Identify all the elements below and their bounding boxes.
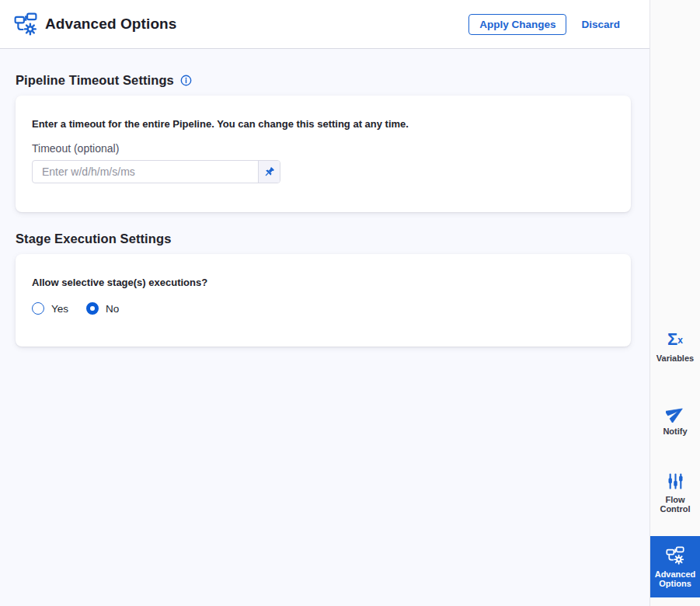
timeout-section-heading-row: Pipeline Timeout Settings xyxy=(16,73,631,88)
pin-button[interactable] xyxy=(258,161,280,183)
sigma-glyph: Σ xyxy=(667,331,677,348)
radio-option-yes[interactable]: Yes xyxy=(32,302,68,315)
sliders-icon xyxy=(667,471,684,491)
radio-no-label: No xyxy=(106,303,119,315)
app-root: Advanced Options Apply Changes Discard P… xyxy=(0,0,700,606)
sidebar-item-notify[interactable]: Notify xyxy=(650,402,700,436)
sidebar-item-advanced-options[interactable]: Advanced Options xyxy=(650,536,700,597)
timeout-section-heading: Pipeline Timeout Settings xyxy=(16,73,174,88)
sidebar-item-label: Flow Control xyxy=(654,495,696,514)
radio-yes[interactable] xyxy=(32,302,44,315)
pin-icon xyxy=(263,166,275,178)
radio-option-no[interactable]: No xyxy=(86,302,119,315)
radio-yes-label: Yes xyxy=(51,303,68,315)
sidebar-item-label: Variables xyxy=(654,354,696,363)
pipeline-gear-icon xyxy=(14,12,37,36)
timeout-input[interactable] xyxy=(33,161,258,183)
radio-no[interactable] xyxy=(86,302,99,315)
stage-execution-card: Allow selective stage(s) executions? Yes… xyxy=(16,254,631,347)
apply-changes-button[interactable]: Apply Changes xyxy=(468,14,566,35)
timeout-input-group xyxy=(32,160,280,183)
right-toolbar: Σx Variables Notify xyxy=(650,0,700,606)
page-title: Advanced Options xyxy=(45,16,176,33)
selective-stage-question: Allow selective stage(s) executions? xyxy=(32,277,615,288)
info-icon[interactable] xyxy=(180,75,192,86)
stage-section-heading-row: Stage Execution Settings xyxy=(16,232,631,246)
panel-header: Advanced Options Apply Changes Discard xyxy=(0,0,650,49)
sigma-x-icon: Σx xyxy=(667,329,683,350)
timeout-description: Enter a timeout for the entire Pipeline.… xyxy=(32,118,615,130)
sidebar-item-variables[interactable]: Σx Variables xyxy=(650,329,700,363)
discard-link[interactable]: Discard xyxy=(581,19,620,30)
timeout-card: Enter a timeout for the entire Pipeline.… xyxy=(16,96,631,212)
pipeline-gear-icon xyxy=(666,545,684,566)
main-panel: Advanced Options Apply Changes Discard P… xyxy=(0,0,650,606)
paper-plane-icon xyxy=(666,402,685,423)
sidebar-item-label: Notify xyxy=(654,427,696,436)
sigma-sup-glyph: x xyxy=(677,336,683,345)
panel-content: Pipeline Timeout Settings Enter a timeou… xyxy=(0,49,650,606)
selective-stage-radio-group: Yes No xyxy=(32,302,615,315)
sidebar-item-flow-control[interactable]: Flow Control xyxy=(650,471,700,514)
sidebar-item-label: Advanced Options xyxy=(654,569,696,588)
timeout-field-label: Timeout (optional) xyxy=(32,142,615,155)
stage-section-heading: Stage Execution Settings xyxy=(16,232,171,246)
